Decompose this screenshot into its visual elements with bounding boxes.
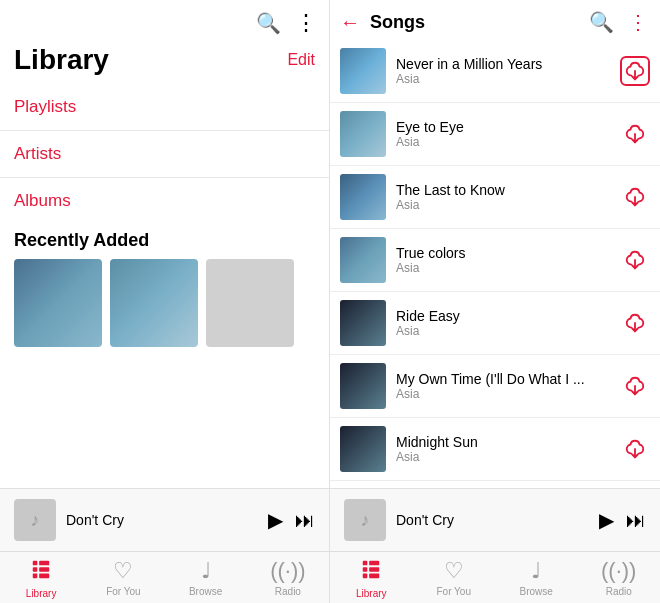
recently-added-title: Recently Added — [14, 230, 315, 251]
svg-rect-4 — [39, 567, 49, 572]
song-artist-4: Asia — [396, 261, 610, 275]
song-item-8[interactable]: Daylight Asia — [330, 481, 660, 488]
album-thumb-1[interactable] — [14, 259, 102, 347]
left-player-title: Don't Cry — [66, 512, 268, 528]
song-title-3: The Last to Know — [396, 182, 610, 198]
tab-for-you[interactable]: ♡ For You — [82, 558, 164, 599]
right-skip-button[interactable]: ⏭ — [626, 509, 646, 532]
more-icon[interactable]: ⋮ — [295, 10, 317, 36]
right-tab-library[interactable]: Library — [330, 558, 413, 599]
song-artist-3: Asia — [396, 198, 610, 212]
song-info-7: Midnight Sun Asia — [396, 434, 610, 464]
right-tab-for-you-label: For You — [437, 586, 471, 597]
edit-button[interactable]: Edit — [287, 51, 315, 69]
song-title-5: Ride Easy — [396, 308, 610, 324]
right-browse-tab-icon: ♩ — [531, 558, 541, 584]
search-icon[interactable]: 🔍 — [256, 11, 281, 35]
play-button[interactable]: ▶ — [268, 508, 283, 532]
song-item-7[interactable]: Midnight Sun Asia — [330, 418, 660, 481]
song-artist-6: Asia — [396, 387, 610, 401]
left-header: 🔍 ⋮ — [0, 0, 329, 40]
download-button-3[interactable] — [620, 182, 650, 212]
download-button-7[interactable] — [620, 434, 650, 464]
left-tab-bar: Library ♡ For You ♩ Browse ((·)) Radio — [0, 551, 329, 603]
right-tab-browse[interactable]: ♩ Browse — [495, 558, 578, 599]
album-grid — [14, 259, 315, 347]
svg-rect-11 — [369, 574, 379, 579]
left-player-art: ♪ — [14, 499, 56, 541]
nav-label: Artists — [14, 144, 61, 164]
song-item-6[interactable]: My Own Time (I'll Do What I ... Asia — [330, 355, 660, 418]
song-title-7: Midnight Sun — [396, 434, 610, 450]
right-for-you-tab-icon: ♡ — [444, 558, 464, 584]
download-button-2[interactable] — [620, 119, 650, 149]
tab-radio[interactable]: ((·)) Radio — [247, 558, 329, 599]
download-button-5[interactable] — [620, 308, 650, 338]
sidebar-item-artists[interactable]: Artists — [0, 131, 329, 178]
right-player-art: ♪ — [344, 499, 386, 541]
tab-browse-label: Browse — [189, 586, 222, 597]
song-thumb-5 — [340, 300, 386, 346]
album-thumb-2[interactable] — [110, 259, 198, 347]
right-search-icon[interactable]: 🔍 — [589, 10, 614, 34]
right-tab-for-you[interactable]: ♡ For You — [413, 558, 496, 599]
song-item-1[interactable]: Never in a Million Years Asia — [330, 40, 660, 103]
spacer — [0, 353, 329, 489]
song-info-1: Never in a Million Years Asia — [396, 56, 610, 86]
song-info-3: The Last to Know Asia — [396, 182, 610, 212]
svg-rect-0 — [33, 561, 38, 566]
album-thumb-3[interactable] — [206, 259, 294, 347]
right-header-icons: 🔍 ⋮ — [589, 10, 648, 34]
song-thumb-3 — [340, 174, 386, 220]
tab-browse[interactable]: ♩ Browse — [165, 558, 247, 599]
download-button-4[interactable] — [620, 245, 650, 275]
song-item-5[interactable]: Ride Easy Asia — [330, 292, 660, 355]
song-info-6: My Own Time (I'll Do What I ... Asia — [396, 371, 610, 401]
right-player-controls: ▶ ⏭ — [599, 508, 646, 532]
right-more-icon[interactable]: ⋮ — [628, 10, 648, 34]
song-thumb-4 — [340, 237, 386, 283]
tab-library[interactable]: Library — [0, 558, 82, 599]
sidebar-item-albums[interactable]: Albums — [0, 178, 329, 220]
song-info-2: Eye to Eye Asia — [396, 119, 610, 149]
nav-list: Playlists Artists Albums Songs Downloade… — [0, 84, 329, 220]
skip-button[interactable]: ⏭ — [295, 509, 315, 532]
browse-tab-icon: ♩ — [201, 558, 211, 584]
song-info-4: True colors Asia — [396, 245, 610, 275]
for-you-tab-icon: ♡ — [113, 558, 133, 584]
left-mini-player: ♪ Don't Cry ▶ ⏭ — [0, 488, 329, 551]
song-thumb-6 — [340, 363, 386, 409]
svg-rect-10 — [369, 567, 379, 572]
download-button-1[interactable] — [620, 56, 650, 86]
right-tab-browse-label: Browse — [520, 586, 553, 597]
right-play-button[interactable]: ▶ — [599, 508, 614, 532]
back-button[interactable]: ← — [340, 11, 360, 34]
svg-rect-8 — [363, 574, 368, 579]
svg-rect-6 — [363, 561, 368, 566]
svg-rect-9 — [369, 561, 379, 566]
music-note-icon: ♪ — [31, 510, 40, 531]
tab-library-label: Library — [26, 588, 57, 599]
right-tab-radio[interactable]: ((·)) Radio — [578, 558, 661, 599]
song-item-3[interactable]: The Last to Know Asia — [330, 166, 660, 229]
library-tab-icon — [30, 558, 52, 586]
song-item-4[interactable]: True colors Asia — [330, 229, 660, 292]
nav-label: Playlists — [14, 97, 76, 117]
song-title-1: Never in a Million Years — [396, 56, 610, 72]
right-panel: ← Songs 🔍 ⋮ Never in a Million Years Asi… — [330, 0, 660, 603]
song-artist-2: Asia — [396, 135, 610, 149]
song-artist-5: Asia — [396, 324, 610, 338]
song-title-6: My Own Time (I'll Do What I ... — [396, 371, 610, 387]
tab-for-you-label: For You — [106, 586, 140, 597]
left-title-row: Library Edit — [0, 40, 329, 84]
song-item-2[interactable]: Eye to Eye Asia — [330, 103, 660, 166]
radio-tab-icon: ((·)) — [270, 558, 305, 584]
left-panel: 🔍 ⋮ Library Edit Playlists Artists Album… — [0, 0, 330, 603]
left-player-controls: ▶ ⏭ — [268, 508, 315, 532]
song-info-5: Ride Easy Asia — [396, 308, 610, 338]
right-tab-bar: Library ♡ For You ♩ Browse ((·)) Radio — [330, 551, 660, 603]
right-radio-tab-icon: ((·)) — [601, 558, 636, 584]
sidebar-item-playlists[interactable]: Playlists — [0, 84, 329, 131]
download-button-6[interactable] — [620, 371, 650, 401]
right-tab-library-label: Library — [356, 588, 387, 599]
